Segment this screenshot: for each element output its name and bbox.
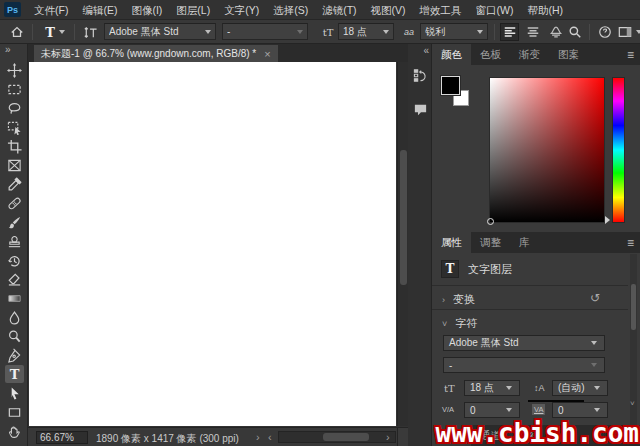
scroll-right-icon[interactable]: ›	[386, 431, 390, 443]
search-icon[interactable]	[566, 23, 584, 41]
character-leading-select[interactable]: (自动)	[552, 380, 608, 396]
horizontal-scrollbar[interactable]	[278, 431, 396, 443]
tool-type[interactable]: T	[5, 365, 24, 383]
comments-icon[interactable]	[411, 100, 429, 118]
tool-eyedropper[interactable]	[5, 175, 24, 193]
menu-edit[interactable]: 编辑(E)	[75, 0, 124, 20]
panel-column: 颜色 色板 渐变 图案 ≡ 属性 调整 库 ≡ T 文字图层	[432, 44, 640, 446]
menu-help[interactable]: 帮助(H)	[521, 0, 571, 20]
tool-lasso[interactable]	[5, 99, 24, 117]
properties-scrollbar-thumb[interactable]	[631, 284, 636, 330]
hue-slider-marker[interactable]	[605, 216, 610, 224]
menu-filter[interactable]: 滤镜(T)	[315, 0, 363, 20]
tab-patterns[interactable]: 图案	[549, 44, 588, 65]
tab-adjustments[interactable]: 调整	[471, 232, 510, 253]
foreground-color-swatch[interactable]	[441, 76, 460, 95]
separator	[74, 24, 75, 40]
character-font-style-select[interactable]: -	[443, 357, 605, 373]
tool-blur[interactable]	[5, 308, 24, 326]
workspace-icon[interactable]	[616, 23, 634, 41]
chevron-down-icon	[506, 408, 512, 412]
character-section-header[interactable]: ˅ 字符	[442, 316, 477, 331]
tool-clone-stamp[interactable]	[5, 232, 24, 250]
text-orientation-icon[interactable]	[80, 23, 100, 41]
vertical-scrollbar-thumb[interactable]	[400, 150, 407, 285]
chevron-down-icon	[591, 341, 597, 345]
zoom-level-field[interactable]: 66.67%	[36, 431, 88, 444]
font-family-select[interactable]: Adobe 黑体 Std	[104, 23, 216, 40]
collapse-toolbar-icon[interactable]: »	[5, 44, 10, 55]
vertical-scrollbar[interactable]	[397, 62, 408, 426]
chevron-down-icon[interactable]	[633, 23, 640, 41]
font-style-select[interactable]: -	[222, 23, 308, 40]
menu-file[interactable]: 文件(F)	[27, 0, 75, 20]
tool-history-brush[interactable]	[5, 251, 24, 269]
tool-frame[interactable]	[5, 156, 24, 174]
reset-transform-icon[interactable]: ↺	[590, 291, 600, 305]
align-left-icon[interactable]	[500, 23, 519, 41]
tool-rectangle[interactable]	[5, 403, 24, 421]
tool-brush[interactable]	[5, 213, 24, 231]
color-picker-marker[interactable]	[487, 218, 494, 225]
tool-gradient[interactable]	[5, 289, 24, 307]
hue-slider[interactable]	[612, 77, 625, 223]
scroll-left-icon[interactable]: ‹	[268, 431, 272, 443]
chevron-right-icon: ›	[442, 295, 445, 305]
tool-path-selection[interactable]	[5, 384, 24, 402]
menu-select[interactable]: 选择(S)	[266, 0, 315, 20]
document-title: 未标题-1 @ 66.7% (www.gndown.com, RGB/8) *	[41, 47, 256, 61]
history-icon[interactable]	[411, 66, 429, 84]
tool-move[interactable]	[5, 61, 24, 79]
menu-window[interactable]: 窗口(W)	[469, 0, 521, 20]
tool-crop[interactable]	[5, 137, 24, 155]
menu-layer[interactable]: 图层(L)	[169, 0, 217, 20]
photoshop-window: Ps 文件(F) 编辑(E) 图像(I) 图层(L) 文字(Y) 选择(S) 滤…	[0, 0, 640, 446]
menu-view[interactable]: 视图(V)	[364, 0, 413, 20]
tab-gradients[interactable]: 渐变	[510, 44, 549, 65]
document-canvas[interactable]	[29, 62, 396, 426]
help-icon[interactable]	[596, 23, 614, 41]
align-center-icon[interactable]	[523, 23, 542, 41]
tab-libraries[interactable]: 库	[510, 232, 539, 253]
divider	[432, 285, 628, 286]
tool-dodge[interactable]	[5, 327, 24, 345]
panel-dock-strip: «	[408, 44, 432, 446]
tab-swatches[interactable]: 色板	[471, 44, 510, 65]
menu-plugins[interactable]: 增效工具	[413, 0, 469, 20]
character-font-size-select[interactable]: 18 点	[464, 380, 520, 396]
anti-alias-select[interactable]: 锐利	[420, 23, 488, 40]
chevron-down-icon	[205, 30, 211, 34]
font-size-select[interactable]: 18 点	[338, 23, 394, 40]
properties-scrollbar[interactable]: ˅	[630, 254, 637, 426]
text-color-swatch[interactable]	[528, 400, 584, 402]
warp-text-icon[interactable]	[546, 23, 565, 41]
tool-object-selection[interactable]	[5, 118, 24, 136]
panel-menu-icon[interactable]: ≡	[627, 48, 634, 62]
status-expand-icon[interactable]: ›	[256, 431, 260, 443]
chevron-down-icon	[591, 363, 597, 367]
font-size-icon: tT	[444, 383, 455, 394]
collapse-panels-icon[interactable]: «	[423, 45, 428, 56]
color-saturation-field[interactable]	[489, 77, 605, 223]
menu-image[interactable]: 图像(I)	[124, 0, 169, 20]
home-icon[interactable]	[8, 23, 26, 41]
character-font-family-select[interactable]: Adobe 黑体 Std	[443, 335, 605, 351]
transform-section-header[interactable]: › 变换	[442, 292, 475, 307]
document-tab[interactable]: 未标题-1 @ 66.7% (www.gndown.com, RGB/8) * …	[34, 45, 278, 62]
tab-color[interactable]: 颜色	[432, 44, 471, 65]
scroll-down-icon[interactable]: ˅	[630, 399, 635, 408]
tool-eraser[interactable]	[5, 270, 24, 288]
tool-spot-healing-brush[interactable]	[5, 194, 24, 212]
character-kerning-select[interactable]: 0	[464, 402, 520, 418]
panel-menu-icon[interactable]: ≡	[627, 236, 634, 250]
tool-hand[interactable]	[5, 422, 24, 440]
tab-properties[interactable]: 属性	[432, 232, 471, 253]
tool-rectangular-marquee[interactable]	[5, 80, 24, 98]
close-icon[interactable]: ×	[264, 48, 270, 60]
tool-pen[interactable]	[5, 346, 24, 364]
text-tool-icon[interactable]: T	[40, 23, 70, 41]
menu-type[interactable]: 文字(Y)	[217, 0, 266, 20]
font-size-icon: tT	[320, 23, 336, 41]
horizontal-scrollbar-thumb[interactable]	[323, 433, 369, 441]
character-tracking-select[interactable]: 0	[552, 402, 608, 418]
